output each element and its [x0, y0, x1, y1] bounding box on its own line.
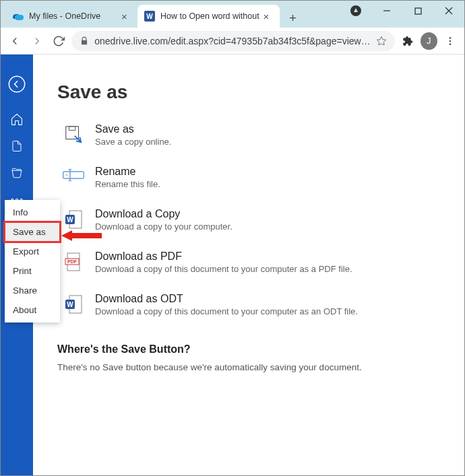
option-title: Download a Copy [95, 208, 232, 220]
svg-rect-3 [415, 8, 421, 14]
page-content: Save as Save as Save a copy online. Rena… [1, 55, 464, 475]
option-download-pdf[interactable]: PDF Download as PDF Download a copy of t… [57, 250, 464, 274]
option-title: Download as PDF [95, 250, 352, 263]
svg-point-9 [449, 43, 451, 45]
rename-icon [57, 166, 90, 183]
page-title: Save as [57, 81, 464, 103]
address-bar[interactable]: onedrive.live.com/edit.aspx?cid=47935b7a… [71, 31, 394, 51]
option-desc: Download a copy of this document to your… [95, 306, 358, 316]
tab-title: How to Open word without [160, 11, 259, 21]
browser-toolbar: onedrive.live.com/edit.aspx?cid=47935b7a… [1, 28, 464, 55]
svg-text:W: W [67, 216, 73, 224]
reload-button[interactable] [50, 32, 67, 50]
back-button[interactable] [6, 32, 24, 50]
word-file-icon: W [57, 208, 90, 230]
profile-avatar[interactable]: J [421, 32, 437, 50]
close-icon[interactable]: × [264, 11, 273, 22]
star-icon[interactable] [376, 36, 387, 46]
close-icon[interactable]: × [121, 11, 131, 22]
option-desc: Rename this file. [95, 179, 160, 189]
option-rename[interactable]: Rename Rename this file. [57, 166, 464, 189]
svg-rect-15 [69, 127, 75, 131]
save-button-section: Where's the Save Button? There's no Save… [57, 343, 464, 372]
tab-title: My files - OneDrive [29, 11, 117, 21]
option-save-as[interactable]: Save as Save a copy online. [57, 123, 464, 147]
close-window-button[interactable] [433, 1, 464, 21]
svg-marker-30 [61, 230, 102, 241]
svg-point-8 [449, 40, 451, 42]
sidebar-home-button[interactable] [1, 106, 33, 133]
url-text: onedrive.live.com/edit.aspx?cid=47935b7a… [94, 36, 370, 46]
tab-onedrive[interactable]: My files - OneDrive × [6, 5, 137, 28]
option-desc: Save a copy online. [95, 137, 171, 147]
tab-word-online[interactable]: W How to Open word without × [137, 5, 280, 28]
svg-text:PDF: PDF [67, 259, 78, 264]
sidebar-back-button[interactable] [1, 68, 33, 100]
svg-point-7 [449, 37, 451, 39]
flyout-item-info[interactable]: Info [5, 203, 60, 222]
flyout-item-save-as[interactable]: Save as [5, 222, 60, 242]
word-file-icon: W [57, 293, 90, 314]
menu-button[interactable] [441, 32, 459, 50]
window-controls [340, 1, 464, 21]
option-title: Rename [95, 166, 160, 178]
section-heading: Where's the Save Button? [57, 343, 464, 355]
maximize-button[interactable] [402, 1, 433, 21]
svg-marker-6 [377, 36, 385, 45]
option-title: Download as ODT [95, 293, 358, 305]
option-download-copy[interactable]: W Download a Copy Download a copy to you… [57, 208, 464, 232]
word-icon: W [144, 11, 155, 22]
lock-icon [80, 36, 89, 46]
svg-point-10 [9, 76, 24, 92]
file-more-flyout: Info Save as Export Print Share About [5, 200, 60, 322]
new-tab-button[interactable]: + [284, 9, 303, 28]
pdf-file-icon: PDF [57, 250, 90, 272]
annotation-arrow-icon [61, 229, 102, 242]
flyout-item-about[interactable]: About [5, 300, 60, 320]
option-desc: Download a copy of this document to your… [95, 264, 352, 274]
extensions-button[interactable] [399, 32, 416, 50]
save-as-icon [57, 123, 90, 145]
flyout-item-share[interactable]: Share [5, 281, 60, 300]
main-panel: Save as Save as Save a copy online. Rena… [33, 55, 464, 475]
shield-icon[interactable] [340, 1, 371, 21]
flyout-item-print[interactable]: Print [5, 261, 60, 281]
option-download-odt[interactable]: W Download as ODT Download a copy of thi… [57, 293, 464, 316]
flyout-item-export[interactable]: Export [5, 242, 60, 261]
onedrive-icon [13, 11, 24, 22]
option-desc: Download a copy to your computer. [95, 222, 232, 232]
browser-titlebar: My files - OneDrive × W How to Open word… [1, 1, 464, 28]
option-title: Save as [95, 123, 171, 135]
svg-text:W: W [67, 301, 73, 308]
sidebar-new-button[interactable] [1, 133, 33, 160]
minimize-button[interactable] [371, 1, 402, 21]
section-body: There's no Save button because we're aut… [57, 362, 464, 372]
sidebar-open-button[interactable] [1, 160, 33, 186]
forward-button[interactable] [28, 32, 45, 50]
